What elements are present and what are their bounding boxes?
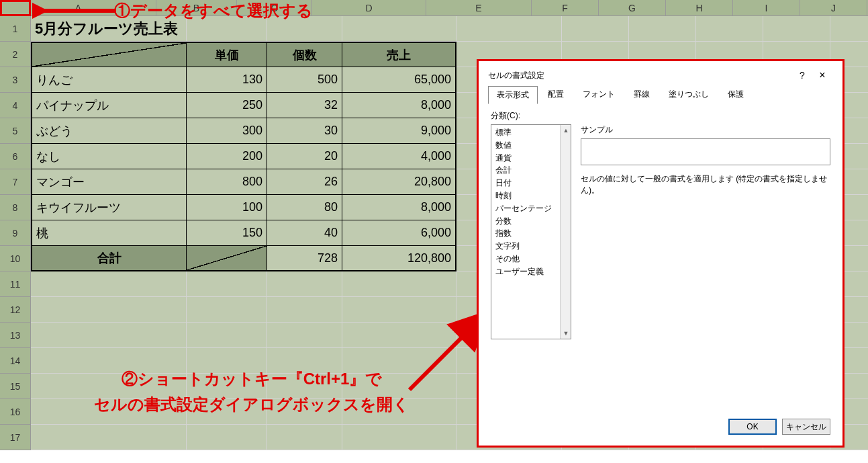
cell-B5[interactable]: 300 — [187, 118, 267, 144]
dialog-tab-2[interactable]: フォント — [574, 85, 624, 103]
cell-C8[interactable]: 80 — [267, 195, 342, 220]
cell-C17[interactable] — [267, 425, 342, 450]
cell-J1[interactable] — [830, 16, 868, 42]
cell-D9[interactable]: 6,000 — [342, 220, 456, 246]
cell-B10[interactable] — [187, 246, 267, 271]
cell-C5[interactable]: 30 — [267, 118, 342, 144]
cell-G1[interactable] — [629, 16, 696, 42]
cell-A10[interactable]: 合計 — [31, 246, 187, 271]
cell-A4[interactable]: パイナップル — [31, 93, 187, 118]
cell-B8[interactable]: 100 — [187, 195, 267, 220]
scroll-up-icon[interactable]: ▲ — [561, 125, 571, 136]
row-header-11[interactable]: 11 — [0, 271, 31, 297]
cell-B6[interactable]: 200 — [187, 144, 267, 169]
row-header-12[interactable]: 12 — [0, 297, 31, 323]
cell-B2[interactable]: 単価 — [187, 42, 267, 67]
dialog-tab-1[interactable]: 配置 — [539, 85, 573, 103]
column-header-F[interactable]: F — [532, 0, 599, 16]
cell-A6[interactable]: なし — [31, 144, 187, 169]
cell-B9[interactable]: 150 — [187, 220, 267, 246]
cell-I1[interactable] — [763, 16, 830, 42]
cell-D3[interactable]: 65,000 — [342, 67, 456, 93]
cell-B7[interactable]: 800 — [187, 169, 267, 195]
cell-D8[interactable]: 8,000 — [342, 195, 456, 220]
cell-A11[interactable] — [31, 271, 187, 297]
cell-C9[interactable]: 40 — [267, 220, 342, 246]
row-header-2[interactable]: 2 — [0, 42, 31, 67]
column-header-E[interactable]: E — [426, 0, 532, 16]
category-item-4[interactable]: 日付 — [493, 177, 559, 190]
cell-B12[interactable] — [187, 297, 267, 323]
cell-A7[interactable]: マンゴー — [31, 169, 187, 195]
dialog-tab-5[interactable]: 保護 — [719, 85, 753, 103]
cell-C11[interactable] — [267, 271, 342, 297]
row-header-5[interactable]: 5 — [0, 118, 31, 144]
row-header-3[interactable]: 3 — [0, 67, 31, 93]
row-header-9[interactable]: 9 — [0, 220, 31, 246]
cell-B11[interactable] — [187, 271, 267, 297]
category-item-1[interactable]: 数値 — [493, 139, 559, 152]
dialog-help-button[interactable]: ? — [793, 70, 812, 81]
category-item-0[interactable]: 標準 — [493, 126, 559, 139]
row-header-7[interactable]: 7 — [0, 169, 31, 195]
scroll-down-icon[interactable]: ▼ — [561, 328, 571, 339]
cell-C10[interactable]: 728 — [267, 246, 342, 271]
dialog-tab-0[interactable]: 表示形式 — [488, 86, 538, 104]
cell-D1[interactable] — [342, 16, 456, 42]
cell-C2[interactable]: 個数 — [267, 42, 342, 67]
cell-C13[interactable] — [267, 323, 342, 348]
cell-D5[interactable]: 9,000 — [342, 118, 456, 144]
scrollbar[interactable]: ▲ ▼ — [560, 125, 571, 339]
cell-D2[interactable]: 売上 — [342, 42, 456, 67]
cell-D10[interactable]: 120,800 — [342, 246, 456, 271]
cell-B4[interactable]: 250 — [187, 93, 267, 118]
category-listbox[interactable]: 標準数値通貨会計日付時刻パーセンテージ分数指数文字列その他ユーザー定義 ▲ ▼ — [491, 124, 571, 339]
category-item-11[interactable]: ユーザー定義 — [493, 265, 559, 278]
row-header-8[interactable]: 8 — [0, 195, 31, 220]
cell-A2[interactable] — [31, 42, 187, 67]
cell-B13[interactable] — [187, 323, 267, 348]
row-header-4[interactable]: 4 — [0, 93, 31, 118]
row-header-14[interactable]: 14 — [0, 348, 31, 374]
row-header-15[interactable]: 15 — [0, 374, 31, 399]
cell-C4[interactable]: 32 — [267, 93, 342, 118]
dialog-close-button[interactable]: × — [812, 69, 833, 81]
dialog-tab-3[interactable]: 罫線 — [625, 85, 659, 103]
row-header-17[interactable]: 17 — [0, 425, 31, 450]
row-header-13[interactable]: 13 — [0, 323, 31, 348]
category-item-10[interactable]: その他 — [493, 253, 559, 265]
category-item-7[interactable]: 分数 — [493, 215, 559, 228]
cell-A12[interactable] — [31, 297, 187, 323]
cell-B17[interactable] — [187, 425, 267, 450]
row-header-1[interactable]: 1 — [0, 16, 31, 42]
cell-C6[interactable]: 20 — [267, 144, 342, 169]
cell-H1[interactable] — [696, 16, 763, 42]
cell-A8[interactable]: キウイフルーツ — [31, 195, 187, 220]
column-header-H[interactable]: H — [666, 0, 733, 16]
column-header-D[interactable]: D — [312, 0, 426, 16]
column-header-J[interactable]: J — [800, 0, 867, 16]
cell-C3[interactable]: 500 — [267, 67, 342, 93]
cell-A17[interactable] — [31, 425, 187, 450]
category-item-5[interactable]: 時刻 — [493, 190, 559, 202]
cancel-button[interactable]: キャンセル — [782, 419, 830, 435]
cell-A3[interactable]: りんご — [31, 67, 187, 93]
dialog-tab-4[interactable]: 塗りつぶし — [660, 85, 718, 103]
ok-button[interactable]: OK — [728, 419, 777, 435]
cell-F1[interactable] — [562, 16, 629, 42]
category-item-2[interactable]: 通貨 — [493, 152, 559, 165]
cell-D6[interactable]: 4,000 — [342, 144, 456, 169]
row-header-10[interactable]: 10 — [0, 246, 31, 271]
cell-C12[interactable] — [267, 297, 342, 323]
column-header-I[interactable]: I — [733, 0, 800, 16]
cell-A5[interactable]: ぶどう — [31, 118, 187, 144]
row-header-16[interactable]: 16 — [0, 399, 31, 425]
cell-E1[interactable] — [456, 16, 562, 42]
column-header-G[interactable]: G — [599, 0, 666, 16]
cell-D17[interactable] — [342, 425, 456, 450]
cell-D11[interactable] — [342, 271, 456, 297]
select-all-corner[interactable] — [0, 0, 1, 16]
cell-D7[interactable]: 20,800 — [342, 169, 456, 195]
category-item-6[interactable]: パーセンテージ — [493, 202, 559, 215]
cell-A9[interactable]: 桃 — [31, 220, 187, 246]
